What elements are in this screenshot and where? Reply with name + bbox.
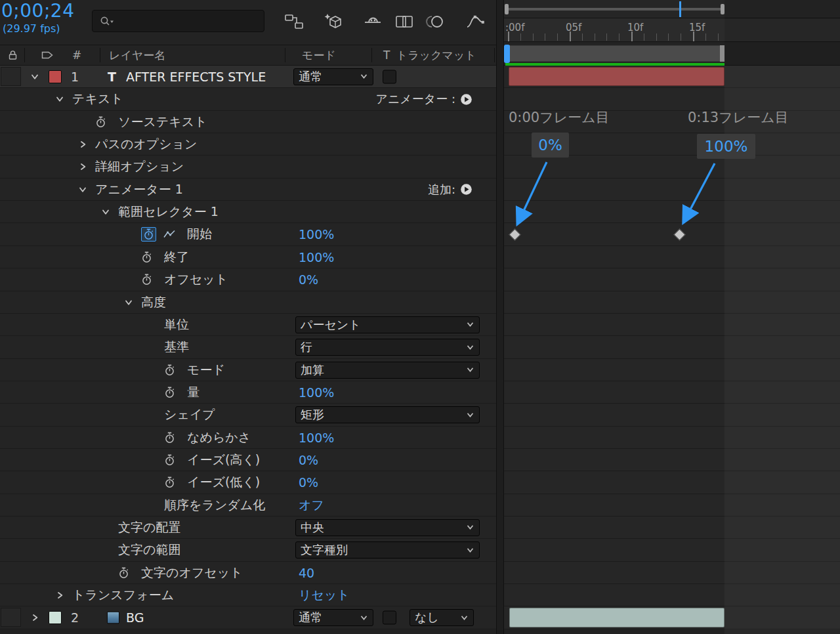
- navigator-track[interactable]: [507, 8, 723, 11]
- stopwatch-icon[interactable]: [164, 387, 175, 398]
- twirl-open-icon[interactable]: [55, 95, 64, 104]
- track-matte-dropdown[interactable]: なし: [410, 609, 474, 626]
- property-dropdown[interactable]: 加算: [295, 362, 480, 379]
- navigator-left-handle[interactable]: [505, 4, 509, 14]
- add-animator-icon[interactable]: [460, 93, 472, 106]
- property-value[interactable]: 0%: [299, 475, 318, 490]
- column-layer-name[interactable]: レイヤー名: [109, 48, 165, 63]
- property-value[interactable]: オフ: [299, 497, 324, 514]
- timeline-row[interactable]: [504, 449, 840, 471]
- navigator-playhead[interactable]: [679, 1, 681, 17]
- frame-blending-icon[interactable]: [392, 11, 416, 32]
- twirl-closed-icon[interactable]: [30, 613, 39, 622]
- column-number[interactable]: #: [72, 49, 81, 62]
- timeline-row[interactable]: [504, 427, 840, 449]
- twirl-closed-icon[interactable]: [55, 591, 64, 600]
- blend-mode-dropdown[interactable]: 通常: [293, 609, 373, 626]
- timeline-row[interactable]: [504, 471, 840, 494]
- layer-color-swatch[interactable]: [49, 70, 62, 83]
- timeline-row[interactable]: [504, 66, 840, 88]
- timeline-row[interactable]: [504, 268, 840, 291]
- motion-blur-icon[interactable]: [423, 11, 446, 32]
- stopwatch-icon[interactable]: [164, 364, 175, 376]
- layer-duration-bar[interactable]: [509, 67, 724, 86]
- timeline-row[interactable]: [504, 606, 840, 629]
- time-ruler[interactable]: :00f05f10f15f: [504, 18, 840, 42]
- twirl-open-icon[interactable]: [124, 298, 133, 307]
- column-mode[interactable]: モード: [302, 48, 336, 63]
- add-property-icon[interactable]: [460, 183, 472, 196]
- graph-toggle-icon[interactable]: [163, 229, 177, 240]
- timeline-row[interactable]: [504, 359, 840, 381]
- property-dropdown[interactable]: 行: [295, 339, 480, 356]
- timeline-row[interactable]: [504, 223, 840, 246]
- video-toggle-box[interactable]: [1, 608, 21, 627]
- property-value[interactable]: 100%: [299, 385, 334, 400]
- stopwatch-icon[interactable]: [141, 227, 156, 242]
- label-color-icon[interactable]: [41, 51, 54, 60]
- property-value[interactable]: リセット: [299, 587, 350, 604]
- stopwatch-icon[interactable]: [164, 432, 175, 444]
- timeline-row[interactable]: [504, 404, 840, 427]
- column-track-matte[interactable]: トラックマット: [396, 48, 476, 63]
- current-time-indicator[interactable]: [504, 45, 510, 63]
- timeline-row[interactable]: [504, 156, 840, 179]
- twirl-open-icon[interactable]: [78, 185, 87, 194]
- property-value[interactable]: 40: [299, 566, 314, 580]
- shy-layers-icon[interactable]: [361, 11, 385, 32]
- layer-row[interactable]: 2BG通常なし: [0, 606, 496, 629]
- timeline-row[interactable]: [504, 562, 840, 584]
- property-dropdown[interactable]: 文字種別: [295, 541, 480, 559]
- video-toggle-box[interactable]: [1, 67, 21, 86]
- property-dropdown[interactable]: パーセント: [295, 316, 480, 333]
- blend-mode-dropdown[interactable]: 通常: [293, 68, 373, 85]
- stopwatch-icon[interactable]: [118, 567, 129, 579]
- comp-mini-flowchart-icon[interactable]: [282, 11, 306, 32]
- track-matte-box[interactable]: [383, 70, 396, 83]
- property-dropdown[interactable]: 矩形: [295, 406, 480, 423]
- property-value[interactable]: 0%: [299, 453, 318, 467]
- stopwatch-icon[interactable]: [164, 476, 175, 488]
- layer-duration-bar[interactable]: [509, 608, 724, 627]
- timeline-row[interactable]: [504, 246, 840, 268]
- twirl-closed-icon[interactable]: [78, 140, 87, 149]
- property-value[interactable]: 100%: [299, 431, 334, 445]
- property-value[interactable]: 100%: [299, 250, 334, 264]
- timeline-row[interactable]: [504, 179, 840, 201]
- work-area-end-handle[interactable]: [720, 45, 724, 62]
- stopwatch-icon[interactable]: [164, 454, 175, 466]
- current-time-display[interactable]: 0;00;24: [1, 0, 74, 22]
- timeline-row[interactable]: [504, 517, 840, 539]
- layer-name[interactable]: AFTER EFFECTS STYLE: [126, 70, 266, 84]
- twirl-closed-icon[interactable]: [78, 162, 87, 171]
- panel-splitter[interactable]: [496, 0, 504, 634]
- timeline-row[interactable]: [504, 381, 840, 404]
- timeline-row[interactable]: [504, 494, 840, 517]
- search-input[interactable]: [92, 10, 264, 32]
- timeline-row[interactable]: [504, 291, 840, 314]
- timeline-row[interactable]: [504, 88, 840, 111]
- animator-add-control[interactable]: アニメーター :: [376, 91, 472, 107]
- layer-color-swatch[interactable]: [49, 611, 62, 624]
- timeline-row[interactable]: [504, 201, 840, 223]
- stopwatch-icon[interactable]: [141, 274, 152, 285]
- draft-3d-icon[interactable]: [322, 11, 345, 32]
- layer-name[interactable]: BG: [126, 610, 144, 625]
- animator-add-control[interactable]: 追加:: [428, 182, 472, 198]
- track-matte-box[interactable]: [383, 611, 396, 625]
- lock-icon[interactable]: [8, 50, 18, 61]
- layer-row[interactable]: 1TAFTER EFFECTS STYLE通常: [0, 66, 496, 88]
- navigator-right-handle[interactable]: [721, 4, 724, 14]
- twirl-open-icon[interactable]: [30, 72, 39, 81]
- stopwatch-icon[interactable]: [95, 116, 106, 128]
- timeline-row[interactable]: [504, 584, 840, 606]
- twirl-open-icon[interactable]: [101, 207, 110, 217]
- stopwatch-icon[interactable]: [141, 251, 152, 263]
- property-dropdown[interactable]: 中央: [295, 519, 480, 536]
- timeline-row[interactable]: [504, 336, 840, 359]
- timeline-row[interactable]: [504, 314, 840, 336]
- property-value[interactable]: 0%: [299, 272, 318, 287]
- timeline-row[interactable]: [504, 539, 840, 562]
- property-value[interactable]: 100%: [299, 227, 334, 242]
- graph-editor-icon[interactable]: [463, 11, 487, 32]
